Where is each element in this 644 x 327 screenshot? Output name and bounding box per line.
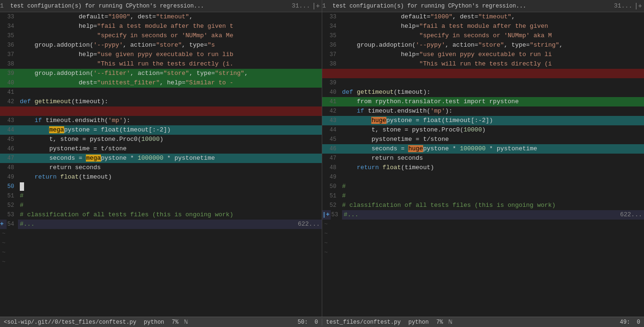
code-line-empty: 39 — [322, 78, 644, 88]
code-line-marker: + 54 #... 622... — [0, 220, 322, 229]
code-line: 48 return seconds — [0, 163, 322, 172]
right-code-area[interactable]: 33 default="1000", dest="timeout", 34 he… — [322, 12, 644, 317]
code-line: 37 help="use given pypy executable to ru… — [322, 50, 644, 59]
right-pane: 1 test configuration(s) for running CPyt… — [322, 0, 644, 317]
code-line: 46 pystonetime = t/stone — [0, 144, 322, 154]
left-divider-icon: |+ — [310, 2, 322, 10]
code-line: 45 pystonetime = t/stone — [322, 135, 644, 144]
left-status-pos: 50: 0 — [298, 319, 318, 326]
code-line: 43 hugepystone = float(timeout[:-2]) — [322, 116, 644, 125]
line-col-info-right: 622... — [620, 210, 644, 220]
line-col-info: 622... — [298, 220, 322, 229]
right-status-pct: 7% — [436, 319, 443, 326]
tilde-line: ~ — [0, 257, 322, 267]
code-line: 42 if timeout.endswith('mp'): — [322, 106, 644, 116]
code-line: 44 megapystone = float(timeout[:-2]) — [0, 125, 322, 135]
code-line: 34 help="fail a test module after the gi… — [0, 22, 322, 31]
right-tab-line: 31... — [610, 2, 632, 9]
tilde-line: ~ — [322, 229, 644, 238]
right-tab-title[interactable]: test configuration(s) for running CPytho… — [329, 1, 530, 11]
code-line-deleted — [0, 106, 322, 116]
code-line: 34 help="fail a test module after the gi… — [322, 22, 644, 31]
code-line-cursor: 50 — [0, 182, 322, 191]
code-line: 37 help="use given pypy executable to ru… — [0, 50, 322, 59]
code-line: 36 group.addoption('--pypy', action="sto… — [0, 41, 322, 50]
code-line: 49 — [322, 172, 644, 182]
left-status-scroll: ℕ — [184, 319, 187, 326]
code-line: 50 # — [322, 182, 644, 191]
tilde-line: ~ — [0, 238, 322, 248]
code-line: 35 "specify in seconds or 'NUMmp' aka M — [322, 31, 644, 41]
right-divider-icon: |+ — [632, 2, 644, 10]
left-tab-title[interactable]: test configuration(s) for running CPytho… — [7, 1, 208, 11]
tilde-line: ~ — [322, 220, 644, 229]
code-line: 51 # — [322, 191, 644, 201]
code-line: 47 return seconds — [322, 154, 644, 163]
tilde-line: ~ — [322, 248, 644, 257]
code-line: 48 return float(timeout) — [322, 163, 644, 172]
tilde-line: ~ — [0, 229, 322, 238]
tilde-line: ~ — [322, 238, 644, 248]
left-pane: 1 test configuration(s) for running CPyt… — [0, 0, 322, 317]
code-line: 45 t, stone = pystone.Proc0(10000) — [0, 135, 322, 144]
left-tab-bar: 1 test configuration(s) for running CPyt… — [0, 0, 322, 12]
status-bar: <sol-wip/.git//0/test_files/conftest.py … — [0, 317, 644, 327]
code-line: 41 — [0, 88, 322, 97]
left-tab-line: 31... — [288, 2, 310, 9]
code-line: 33 default="1000", dest="timeout", — [322, 12, 644, 22]
left-status-pane: <sol-wip/.git//0/test_files/conftest.py … — [0, 319, 322, 326]
code-line: 46 seconds = hugepystone * 1000000 * pys… — [322, 144, 644, 154]
code-line: 40 dest="unittest_filter", help="Similar… — [0, 78, 322, 88]
code-line: 43 if timeout.endswith('mp'): — [0, 116, 322, 125]
diff-add-icon-right: |+ — [322, 210, 331, 220]
code-line: 53 # classification of all tests files (… — [0, 210, 322, 220]
right-status-scroll: ℕ — [449, 319, 452, 326]
code-line: 49 return float(timeout) — [0, 172, 322, 182]
tilde-line: ~ — [0, 248, 322, 257]
right-status-file: test_files/conftest.py — [326, 319, 401, 326]
code-line: 35 "specify in seconds or 'NUMmp' aka Me — [0, 31, 322, 41]
code-line: 52 # — [0, 201, 322, 210]
code-line: 38 "This will run the tests directly (i — [322, 59, 644, 69]
left-status-file: <sol-wip/.git//0/test_files/conftest.py — [4, 319, 136, 326]
left-code-area[interactable]: 33 default="1000", dest="timeout", 34 he… — [0, 12, 322, 317]
editor-container: 1 test configuration(s) for running CPyt… — [0, 0, 644, 317]
code-line: 44 t, stone = pystone.Proc0(10000) — [322, 125, 644, 135]
right-status-pane: test_files/conftest.py python 7% ℕ 49: 0 — [322, 319, 644, 326]
left-tab-num: 1 — [0, 2, 4, 9]
code-line-marker: |+ 53 #... 622... — [322, 210, 644, 220]
code-line: 42 def gettimeout(timeout): — [0, 97, 322, 106]
code-line: 39 group.addoption('--filter', action="s… — [0, 69, 322, 78]
code-line: 40 def gettimeout(timeout): — [322, 88, 644, 97]
code-line: 33 default="1000", dest="timeout", — [0, 12, 322, 22]
code-line: 38 "This will run the tests directly (i. — [0, 59, 322, 69]
left-status-pct: 7% — [172, 319, 178, 326]
right-status-pos: 49: 0 — [620, 319, 640, 326]
right-tab-num: 1 — [322, 2, 326, 9]
code-line-deleted — [322, 69, 644, 78]
code-line-added: 41 from rpython.translator.test import r… — [322, 97, 644, 106]
right-tab-bar: 1 test configuration(s) for running CPyt… — [322, 0, 644, 12]
diff-add-icon: + — [0, 220, 7, 229]
code-line: 47 seconds = megapystone * 1000000 * pys… — [0, 154, 322, 163]
right-status-type: python — [408, 319, 428, 326]
code-line: 51 # — [0, 191, 322, 201]
code-line: 36 group.addoption('--pypy', action="sto… — [322, 41, 644, 50]
left-status-type: python — [144, 319, 164, 326]
code-line: 52 # classification of all tests files (… — [322, 201, 644, 210]
